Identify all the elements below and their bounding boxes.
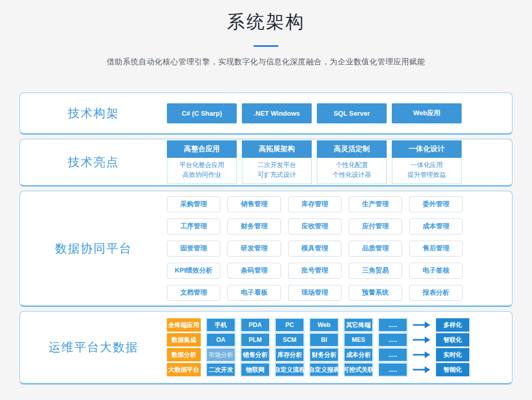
ops-chip: 物联网 bbox=[241, 363, 270, 376]
module-chip: 模具管理 bbox=[288, 241, 341, 257]
highlight-card-body: 平台化整合应用 高效协同作业 bbox=[167, 158, 237, 184]
highlight-card-line: 个性化设计器 bbox=[318, 170, 385, 180]
ops-chip: OA bbox=[206, 333, 235, 347]
ops-chip: MES bbox=[344, 333, 373, 347]
ops-chip: Web bbox=[310, 318, 338, 332]
ops-chip: ..... bbox=[378, 318, 407, 332]
ops-rows: 全终端应用 手机 PDA PC Web 其它终端 ..... 多样化 数据集成 … bbox=[167, 318, 469, 376]
highlight-card-title: 一体化设计 bbox=[392, 140, 462, 158]
module-chip: 售后管理 bbox=[409, 241, 463, 257]
arrow-right-icon bbox=[413, 366, 430, 373]
module-chip: 采购管理 bbox=[167, 196, 220, 212]
highlight-card-body: 二次开发平台 可扩充式设计 bbox=[242, 158, 312, 184]
tech-stack-item: Web应用 bbox=[392, 103, 462, 123]
panel-data-platform: 数据协同平台 采购管理 销售管理 库存管理 生产管理 委外管理 工序管理 财务管… bbox=[20, 191, 512, 307]
module-chip: 现场管理 bbox=[288, 285, 341, 301]
module-chip: 委外管理 bbox=[409, 196, 463, 212]
ops-chip: ..... bbox=[378, 348, 407, 361]
module-chip: 工序管理 bbox=[167, 219, 220, 234]
panel-ops-platform-label: 运维平台大数据 bbox=[20, 339, 167, 355]
panel-tech-highlights: 技术亮点 高整合应用 平台化整合应用 高效协同作业 高拓展架构 二次开发平台 可… bbox=[20, 139, 512, 187]
module-chip: KPI绩效分析 bbox=[167, 263, 220, 279]
panel-tech-framework: 技术构架 C# (C Sharp) .NET Windows SQL Serve… bbox=[20, 93, 512, 135]
ops-row-bigdata: 大数据平台 二次开发 物联网 自定义流程 自定义报表 可控式关联 ..... 智… bbox=[167, 363, 469, 376]
ops-chip: 可控式关联 bbox=[344, 363, 373, 376]
ops-chip: 其它终端 bbox=[344, 318, 373, 332]
highlight-cards-row: 高整合应用 平台化整合应用 高效协同作业 高拓展架构 二次开发平台 可扩充式设计… bbox=[167, 140, 462, 184]
module-grid: 采购管理 销售管理 库存管理 生产管理 委外管理 工序管理 财务管理 应收管理 … bbox=[167, 196, 463, 301]
highlight-card-line: 个性化配置 bbox=[318, 160, 385, 170]
panel-data-platform-label: 数据协同平台 bbox=[20, 241, 167, 257]
ops-chip: BI bbox=[310, 333, 338, 347]
highlight-card-line: 二次开发平台 bbox=[243, 160, 310, 170]
ops-chip: ..... bbox=[378, 363, 407, 376]
arrow-right-icon bbox=[413, 351, 430, 358]
ops-row-integration: 数据集成 OA PLM SCM BI MES ..... 智联化 bbox=[167, 333, 469, 347]
highlight-card-title: 高拓展架构 bbox=[242, 140, 312, 158]
page-header: 系统架构 借助系统自动化核心管理引擎，实现数字化与信息化深度融合，为企业数值化管… bbox=[0, 0, 532, 67]
highlight-card-title: 高整合应用 bbox=[167, 140, 237, 158]
module-chip: 生产管理 bbox=[349, 196, 402, 212]
module-chip: 研发管理 bbox=[227, 241, 281, 257]
module-chip: 固资管理 bbox=[167, 241, 220, 257]
ops-category: 大数据平台 bbox=[167, 363, 201, 376]
ops-row-analysis: 数据分析 市场分析 销售分析 库存分析 财务分析 成本分析 ..... 实时化 bbox=[167, 348, 469, 361]
ops-category: 数据集成 bbox=[167, 333, 201, 347]
ops-chip: 自定义流程 bbox=[275, 363, 304, 376]
ops-chip: 手机 bbox=[206, 318, 235, 332]
ops-chip: PDA bbox=[241, 318, 270, 332]
module-chip: 财务管理 bbox=[227, 219, 281, 234]
ops-chip: 成本分析 bbox=[344, 348, 373, 361]
module-chip: 库存管理 bbox=[288, 196, 341, 212]
module-chip: 销售管理 bbox=[227, 196, 281, 212]
ops-chip: 自定义报表 bbox=[310, 363, 338, 376]
ops-result: 智能化 bbox=[436, 363, 469, 376]
module-chip: 条码管理 bbox=[227, 263, 281, 279]
ops-chip: 库存分析 bbox=[275, 348, 304, 361]
module-chip: 电子签核 bbox=[409, 263, 463, 279]
module-chip: 预警系统 bbox=[349, 285, 402, 301]
ops-chip: 销售分析 bbox=[241, 348, 270, 361]
module-chip: 三角贸易 bbox=[349, 263, 402, 279]
highlight-card-body: 一体化应用 提升管理效益 bbox=[392, 158, 462, 184]
architecture-diagram: 技术构架 C# (C Sharp) .NET Windows SQL Serve… bbox=[0, 93, 532, 385]
tech-stack-item: .NET Windows bbox=[242, 103, 312, 123]
module-chip: 文档管理 bbox=[167, 285, 220, 301]
ops-chip: ..... bbox=[378, 333, 407, 347]
tech-stack-row: C# (C Sharp) .NET Windows SQL Server Web… bbox=[167, 103, 462, 123]
highlight-card-line: 可扩充式设计 bbox=[243, 170, 310, 180]
ops-category: 全终端应用 bbox=[167, 318, 201, 332]
tech-stack-item: C# (C Sharp) bbox=[167, 103, 237, 123]
ops-row-terminals: 全终端应用 手机 PDA PC Web 其它终端 ..... 多样化 bbox=[167, 318, 469, 332]
highlight-card: 高整合应用 平台化整合应用 高效协同作业 bbox=[167, 140, 237, 184]
ops-result: 实时化 bbox=[436, 348, 469, 361]
module-chip: 应收管理 bbox=[288, 219, 341, 234]
ops-category: 数据分析 bbox=[167, 348, 201, 361]
module-chip: 报表分析 bbox=[409, 285, 463, 301]
module-chip: 品质管理 bbox=[349, 241, 402, 257]
module-chip: 电子看板 bbox=[227, 285, 281, 301]
module-chip: 成本管理 bbox=[409, 219, 463, 234]
highlight-card-line: 高效协同作业 bbox=[168, 170, 235, 180]
highlight-card-line: 平台化整合应用 bbox=[168, 160, 235, 170]
highlight-card: 高灵活定制 个性化配置 个性化设计器 bbox=[317, 140, 387, 184]
highlight-card-body: 个性化配置 个性化设计器 bbox=[317, 158, 387, 184]
ops-result: 多样化 bbox=[436, 318, 469, 332]
arrow-right-icon bbox=[413, 321, 430, 329]
highlight-card-line: 提升管理效益 bbox=[393, 170, 460, 180]
highlight-card-title: 高灵活定制 bbox=[317, 140, 387, 158]
ops-chip: PLM bbox=[241, 333, 270, 347]
highlight-card: 高拓展架构 二次开发平台 可扩充式设计 bbox=[242, 140, 312, 184]
highlight-card: 一体化设计 一体化应用 提升管理效益 bbox=[392, 140, 462, 184]
ops-chip: PC bbox=[275, 318, 304, 332]
ops-chip: 二次开发 bbox=[206, 363, 235, 376]
ops-chip: SCM bbox=[275, 333, 304, 347]
page-subtitle: 借助系统自动化核心管理引擎，实现数字化与信息化深度融合，为企业数值化管理应用赋能 bbox=[0, 57, 532, 67]
module-chip: 应付管理 bbox=[349, 219, 402, 234]
highlight-card-line: 一体化应用 bbox=[393, 160, 460, 170]
panel-ops-platform: 运维平台大数据 全终端应用 手机 PDA PC Web 其它终端 ..... 多… bbox=[20, 311, 512, 385]
ops-result: 智联化 bbox=[436, 333, 469, 347]
module-chip: 批号管理 bbox=[288, 263, 341, 279]
title-divider bbox=[254, 45, 278, 47]
page-title: 系统架构 bbox=[0, 11, 532, 32]
